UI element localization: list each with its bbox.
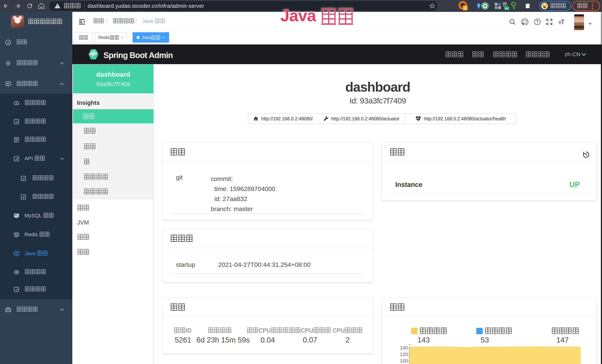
svg-text:on: on bbox=[505, 7, 508, 10]
svg-text:1: 1 bbox=[464, 6, 466, 11]
